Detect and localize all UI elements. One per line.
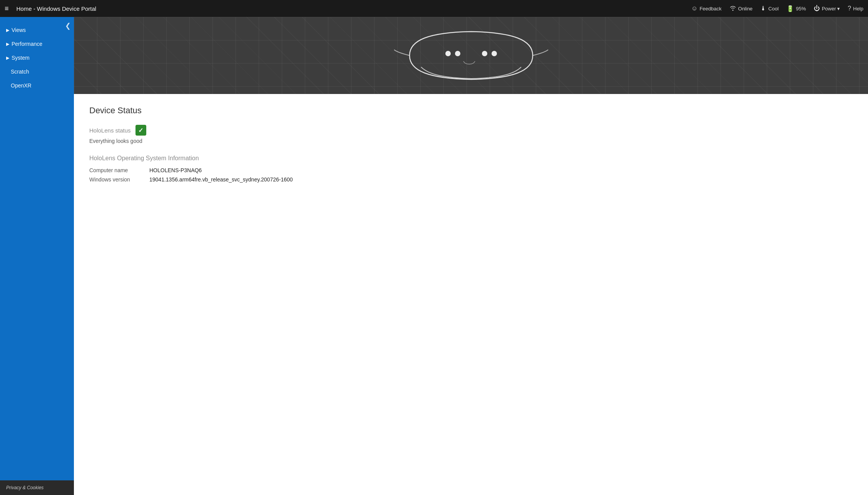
online-icon: [729, 4, 736, 13]
feedback-label: Feedback: [699, 6, 721, 12]
online-action[interactable]: Online: [729, 4, 753, 13]
hololens-status-row: HoloLens status ✓: [89, 125, 853, 136]
sidebar: ❮ ▶ Views ▶ Performance ▶ System Scratch…: [0, 17, 74, 495]
sidebar-item-performance[interactable]: ▶ Performance: [0, 37, 74, 51]
computer-name-value: HOLOLENS-P3NAQ6: [149, 167, 202, 173]
sidebar-footer[interactable]: Privacy & Cookies: [0, 480, 74, 495]
sidebar-item-label: Views: [12, 27, 26, 33]
battery-label: 95%: [796, 6, 806, 12]
os-section-title: HoloLens Operating System Information: [89, 155, 853, 162]
svg-point-1: [455, 51, 460, 56]
hololens-status-label: HoloLens status: [89, 127, 131, 134]
content-area: Device Status HoloLens status ✓ Everythi…: [74, 17, 868, 495]
windows-version-row: Windows version 19041.1356.arm64fre.vb_r…: [89, 176, 853, 183]
device-status-title: Device Status: [89, 106, 853, 116]
svg-point-2: [482, 51, 487, 56]
status-message: Everything looks good: [89, 138, 853, 144]
svg-point-3: [492, 51, 497, 56]
status-check-icon: ✓: [135, 125, 146, 136]
power-action[interactable]: ⏻ Power ▾: [814, 5, 840, 12]
sidebar-nav: ▶ Views ▶ Performance ▶ System Scratch O…: [0, 17, 74, 480]
power-label: Power ▾: [822, 6, 840, 12]
feedback-action[interactable]: ☺ Feedback: [691, 5, 721, 12]
help-action[interactable]: ? Help: [848, 5, 863, 12]
performance-arrow-icon: ▶: [6, 42, 9, 47]
sidebar-item-openxr[interactable]: OpenXR: [0, 79, 74, 92]
svg-point-0: [445, 51, 451, 56]
cool-label: Cool: [768, 6, 779, 12]
sidebar-item-label: OpenXR: [11, 82, 32, 89]
system-arrow-icon: ▶: [6, 55, 9, 60]
help-icon: ?: [848, 5, 851, 12]
sidebar-item-label: Performance: [12, 41, 42, 47]
feedback-icon: ☺: [691, 5, 697, 12]
sidebar-item-system[interactable]: ▶ System: [0, 51, 74, 65]
main-layout: ❮ ▶ Views ▶ Performance ▶ System Scratch…: [0, 17, 868, 495]
temperature-icon: 🌡: [760, 5, 766, 12]
windows-version-value: 19041.1356.arm64fre.vb_release_svc_sydne…: [149, 176, 293, 183]
power-icon: ⏻: [814, 5, 820, 12]
sidebar-collapse-button[interactable]: ❮: [62, 20, 74, 32]
help-label: Help: [853, 6, 863, 12]
privacy-cookies-label: Privacy & Cookies: [6, 485, 43, 490]
cool-action[interactable]: 🌡 Cool: [760, 5, 779, 12]
menu-icon[interactable]: ≡: [5, 5, 9, 13]
device-status-section: Device Status HoloLens status ✓ Everythi…: [74, 94, 868, 197]
hololens-illustration: [390, 25, 552, 86]
online-label: Online: [738, 6, 753, 12]
sidebar-item-scratch[interactable]: Scratch: [0, 65, 74, 79]
battery-icon: 🔋: [786, 5, 794, 12]
windows-version-key: Windows version: [89, 176, 143, 183]
computer-name-row: Computer name HOLOLENS-P3NAQ6: [89, 167, 853, 173]
hero-banner: [74, 17, 868, 94]
topbar-actions: ☺ Feedback Online 🌡 Cool 🔋 95% ⏻ Power ▾: [691, 4, 863, 13]
topbar: ≡ Home - Windows Device Portal ☺ Feedbac…: [0, 0, 868, 17]
sidebar-item-label: Scratch: [11, 69, 29, 75]
page-title: Home - Windows Device Portal: [17, 5, 687, 12]
computer-name-key: Computer name: [89, 167, 143, 173]
sidebar-item-label: System: [12, 55, 30, 61]
battery-action[interactable]: 🔋 95%: [786, 5, 806, 12]
views-arrow-icon: ▶: [6, 28, 9, 33]
